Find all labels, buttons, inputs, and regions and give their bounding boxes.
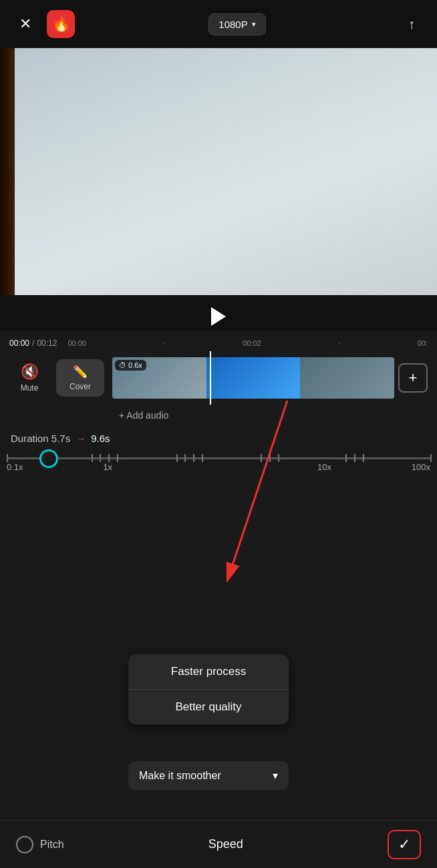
- timeline: 00:00 / 00:12 00:00 · 00:02 · 00: 🔇 Mute…: [0, 331, 437, 426]
- speed-label-100x: 100x: [412, 462, 430, 472]
- add-audio-button[interactable]: + Add audio: [0, 405, 437, 426]
- close-button[interactable]: ✕: [13, 12, 37, 36]
- tick-4: [117, 454, 118, 462]
- speed-thumb[interactable]: [39, 449, 58, 468]
- tick-label-1: 00:00: [67, 339, 86, 347]
- context-menu: Faster process Better quality: [128, 654, 289, 724]
- tick-5: [176, 454, 178, 462]
- resolution-label: 1080P: [218, 19, 247, 30]
- export-button[interactable]: ↑: [400, 12, 424, 36]
- speed-labels: 0.1x 1x placeholder 10x 100x: [0, 462, 437, 472]
- duration-after: 9.6s: [91, 433, 110, 444]
- timeline-time-row: 00:00 / 00:12 00:00 · 00:02 · 00:: [0, 335, 437, 351]
- video-frame: [15, 48, 437, 295]
- cover-button[interactable]: ✏️ Cover: [56, 359, 104, 397]
- header-left: ✕ 🔥: [13, 10, 75, 38]
- tick-0: [7, 454, 8, 462]
- brand-logo-button[interactable]: 🔥: [47, 10, 75, 38]
- tick-label-3: 00:: [418, 339, 428, 347]
- playhead[interactable]: [210, 351, 211, 405]
- speed-slider-row: [0, 451, 437, 462]
- plus-icon: +: [409, 369, 418, 387]
- speed-label-01x: 0.1x: [7, 462, 23, 472]
- current-time: 00:00: [9, 339, 29, 348]
- tick-11: [278, 454, 279, 462]
- clips-track[interactable]: ⏱ 0.6x +: [112, 357, 428, 399]
- bottom-bar: Pitch Speed ✓: [0, 820, 437, 868]
- make-it-smoother-dropdown[interactable]: Make it smoother ▾: [128, 761, 289, 790]
- clip-section-2: [206, 357, 301, 399]
- speed-label-1x: 1x: [103, 462, 112, 472]
- video-edge-left: [0, 48, 15, 295]
- speed-track[interactable]: [7, 457, 430, 459]
- video-preview: [0, 48, 437, 295]
- total-time: 00:12: [37, 339, 57, 348]
- pitch-button[interactable]: Pitch: [16, 836, 64, 853]
- mute-label: Mute: [21, 383, 39, 393]
- speed-badge: ⏱ 0.6x: [115, 360, 146, 371]
- confirm-button[interactable]: ✓: [388, 830, 421, 859]
- tick-12: [345, 454, 347, 462]
- tick-label-2: 00:02: [243, 339, 261, 347]
- speed-title: Speed: [208, 837, 243, 851]
- tick-1: [92, 454, 93, 462]
- pitch-circle-icon: [16, 836, 33, 853]
- play-button[interactable]: [211, 307, 226, 326]
- duration-label: Duration 5.7s: [11, 433, 70, 444]
- cover-label: Cover: [69, 382, 91, 391]
- app-header: ✕ 🔥 1080P ▾ ↑: [0, 0, 437, 48]
- better-quality-option[interactable]: Better quality: [128, 690, 289, 724]
- close-icon: ✕: [19, 15, 31, 33]
- flame-icon: 🔥: [52, 15, 70, 33]
- upload-icon: ↑: [408, 17, 415, 32]
- playback-area: 00:00 / 00:12 00:00 · 00:02 · 00: 🔇 Mute…: [0, 295, 437, 426]
- checkmark-icon: ✓: [398, 836, 410, 853]
- duration-info: Duration 5.7s → 9.6s: [0, 426, 437, 451]
- pitch-label: Pitch: [40, 839, 64, 851]
- resolution-selector[interactable]: 1080P ▾: [208, 13, 265, 35]
- faster-process-option[interactable]: Faster process: [128, 654, 289, 690]
- tick-10: [269, 454, 271, 462]
- tick-14: [363, 454, 364, 462]
- add-clip-button[interactable]: +: [398, 363, 428, 393]
- tick-7: [193, 454, 194, 462]
- speed-label-10x: 10x: [317, 462, 331, 472]
- track-area: 🔇 Mute ✏️ Cover ⏱ 0.6x +: [0, 351, 437, 405]
- smoother-label: Make it smoother: [139, 770, 221, 782]
- tick-8: [202, 454, 203, 462]
- timeline-ticks: 00:00 · 00:02 · 00:: [67, 337, 428, 349]
- tick-6: [184, 454, 186, 462]
- clip-thumbnail[interactable]: [112, 357, 394, 399]
- tick-3: [108, 454, 110, 462]
- clip-section-3: [300, 357, 394, 399]
- playback-controls: [211, 302, 226, 331]
- chevron-down-icon: ▾: [273, 769, 278, 782]
- tick-15: [430, 454, 432, 462]
- add-audio-label: + Add audio: [119, 410, 168, 421]
- chevron-down-icon: ▾: [252, 20, 256, 29]
- tick-2: [100, 454, 101, 462]
- edit-icon: ✏️: [73, 365, 88, 379]
- mute-button[interactable]: 🔇 Mute: [9, 363, 49, 393]
- arrow-icon: →: [76, 433, 86, 444]
- speaker-icon: 🔇: [21, 363, 39, 381]
- tick-13: [354, 454, 355, 462]
- tick-9: [261, 454, 262, 462]
